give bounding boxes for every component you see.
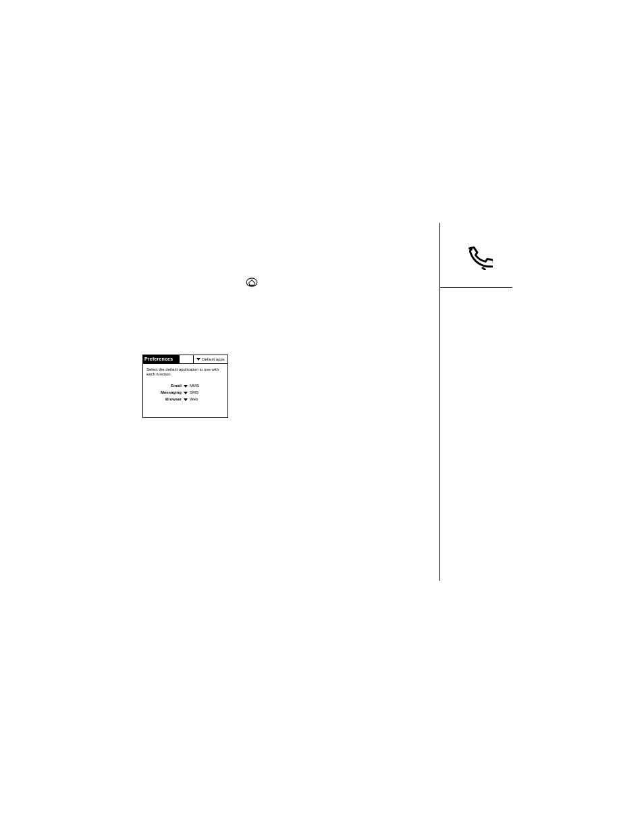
preferences-title: Preferences [143, 355, 180, 363]
preferences-body: Select the default application to use wi… [143, 364, 227, 417]
prefs-row-messaging: Messaging SMS [146, 390, 224, 396]
default-apps-dropdown[interactable]: Default apps [193, 355, 227, 363]
phone-icon [466, 243, 493, 273]
prefs-label: Email [146, 383, 182, 389]
prefs-value: Web [190, 396, 198, 402]
chevron-down-icon[interactable] [184, 392, 188, 394]
prefs-value: SMS [190, 390, 198, 396]
prefs-value: MMS [190, 383, 199, 389]
prefs-row-browser: Browser Web [146, 396, 224, 402]
chevron-down-icon [196, 358, 200, 361]
dropdown-label: Default apps [202, 355, 225, 363]
svg-line-0 [483, 268, 485, 270]
preferences-instruction: Select the default application to use wi… [146, 367, 224, 377]
vertical-divider [439, 223, 440, 581]
prefs-label: Messaging [146, 390, 182, 396]
home-icon [246, 278, 258, 287]
sidebar-divider [439, 287, 512, 288]
chevron-down-icon[interactable] [184, 398, 188, 401]
prefs-row-email: Email MMS [146, 383, 224, 389]
preferences-panel: Preferences Default apps Select the defa… [142, 355, 228, 418]
preferences-header: Preferences Default apps [143, 355, 227, 364]
prefs-label: Browser [146, 396, 182, 402]
chevron-down-icon[interactable] [184, 385, 188, 388]
